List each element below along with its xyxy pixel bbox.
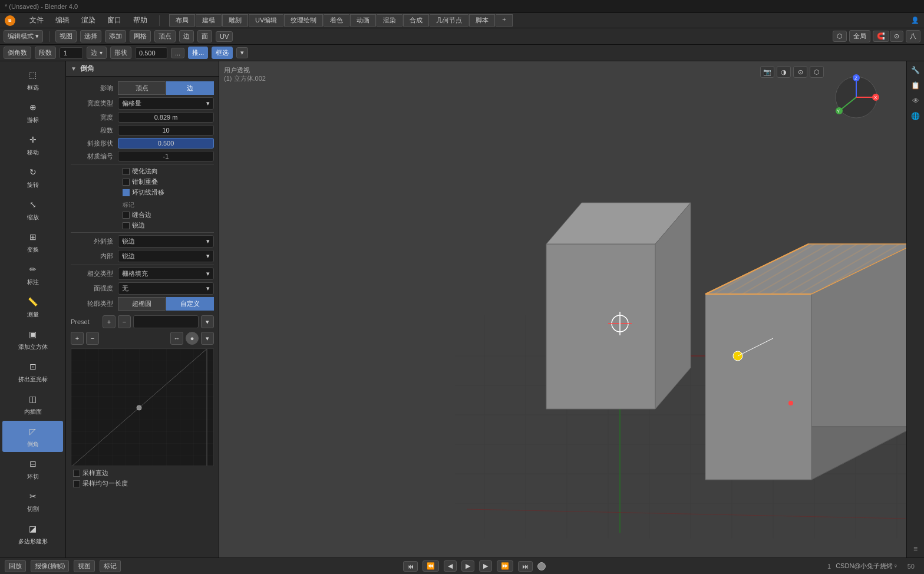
zoom-in-btn[interactable]: + — [71, 332, 84, 345]
sidebar-item-measure[interactable]: 📏 测量 — [2, 291, 63, 322]
tab-animation[interactable]: 动画 — [350, 14, 376, 27]
zoom-out-btn[interactable]: − — [86, 332, 99, 345]
uv-menu[interactable]: UV — [216, 31, 233, 42]
sidebar-item-spin[interactable]: ⟳ 旋绕 — [2, 550, 63, 557]
tab-modeling[interactable]: 建模 — [196, 14, 222, 27]
custom-btn[interactable]: 自定义 — [166, 297, 214, 311]
sidebar-item-loop-cut[interactable]: ⊟ 环切 — [2, 453, 63, 484]
sidebar-item-scale[interactable]: ⤡ 缩放 — [2, 194, 63, 225]
sidebar-expand-icon[interactable]: ≡ — [909, 542, 922, 555]
inner-miter-dropdown[interactable]: 锐边 ▾ — [118, 250, 214, 262]
playback-btn[interactable]: 回放 — [5, 560, 26, 572]
segments-input2[interactable] — [118, 125, 214, 136]
menu-edit[interactable]: 编辑 — [53, 14, 72, 27]
overlay-btn[interactable]: 八 — [906, 30, 920, 42]
frame-select-dropdown[interactable]: ▾ — [236, 47, 248, 58]
tab-rendering[interactable]: 渲染 — [377, 14, 402, 27]
profile-shape-input[interactable] — [118, 138, 214, 149]
face-menu[interactable]: 面 — [197, 30, 212, 42]
viewport-shading-btn[interactable]: ◑ — [777, 66, 791, 78]
view-menu[interactable]: 视图 — [55, 30, 77, 42]
jump-end-btn[interactable]: ⏭ — [518, 561, 533, 572]
sidebar-item-knife[interactable]: ✂ 切割 — [2, 486, 63, 517]
harden-normals-checkbox[interactable]: 硬化法向 — [123, 167, 158, 176]
edge-menu[interactable]: 边 — [179, 30, 194, 42]
intersection-dropdown[interactable]: 栅格填充 ▾ — [118, 268, 214, 280]
face-strength-dropdown[interactable]: 无 ▾ — [118, 282, 214, 295]
tools-icon[interactable]: 🔧 — [909, 64, 922, 77]
item-icon[interactable]: 📋 — [909, 79, 922, 92]
keying-btn[interactable]: 报像(插帧) — [31, 560, 69, 572]
sidebar-item-annotate[interactable]: ✏ 标注 — [2, 259, 63, 290]
tab-sculpt[interactable]: 雕刻 — [222, 14, 248, 27]
global-transform-btn[interactable]: 全局 — [849, 30, 870, 42]
tab-shading[interactable]: 着色 — [324, 14, 349, 27]
affect-edge-btn[interactable]: 边 — [166, 81, 214, 95]
tab-texture-paint[interactable]: 纹理绘制 — [284, 14, 323, 27]
sidebar-item-extrude[interactable]: ⊡ 挤出至光标 — [2, 356, 63, 387]
tab-uv[interactable]: UV编辑 — [249, 14, 283, 27]
view-bottom-btn[interactable]: 视图 — [74, 560, 95, 572]
seam-checkbox[interactable]: 缝合边 — [123, 210, 151, 219]
snap-btn[interactable]: 🧲 — [873, 31, 889, 42]
sidebar-item-bevel[interactable]: ◸ 倒角 — [2, 421, 63, 452]
bevel-panel-header[interactable]: ▼ 倒角 — [66, 61, 219, 77]
add-menu[interactable]: 添加 — [105, 30, 126, 42]
preset-add-btn[interactable]: + — [103, 315, 116, 328]
mode-dropdown[interactable]: 编辑模式 ▾ — [4, 30, 43, 42]
mesh-menu[interactable]: 网格 — [130, 30, 151, 42]
frame-select-btn[interactable]: 框选 — [212, 47, 233, 59]
shape-input[interactable] — [135, 47, 167, 59]
viewport-overlay-btn[interactable]: ⊙ — [793, 66, 807, 78]
sidebar-item-select[interactable]: ⬚ 框选 — [2, 64, 63, 95]
tab-scripting[interactable]: 脚本 — [469, 14, 495, 27]
sidebar-item-move[interactable]: ✛ 移动 — [2, 129, 63, 160]
sidebar-item-rotate[interactable]: ↻ 旋转 — [2, 161, 63, 193]
outer-miter-dropdown[interactable]: 锐边 ▾ — [118, 235, 214, 248]
menu-help[interactable]: 帮助 — [131, 14, 150, 27]
sidebar-item-inset[interactable]: ◫ 内插面 — [2, 388, 63, 420]
viewport-xray-btn[interactable]: ⬡ — [810, 66, 824, 78]
expand-btn[interactable]: ▾ — [201, 332, 214, 345]
segments-input[interactable] — [60, 47, 83, 59]
clamp-overlap-checkbox[interactable]: 钳制重叠 — [123, 177, 158, 186]
push-btn[interactable]: 推... — [188, 47, 208, 59]
scene-icon[interactable]: 🌐 — [909, 110, 922, 123]
loop-slide-checkbox[interactable]: 环切线滑移 — [123, 188, 164, 197]
menu-render[interactable]: 渲染 — [79, 14, 98, 27]
affect-vertex-btn[interactable]: 顶点 — [118, 81, 166, 95]
reset-btn[interactable]: ↔ — [170, 332, 183, 345]
tab-add[interactable]: + — [496, 14, 512, 27]
select-menu[interactable]: 选择 — [80, 30, 101, 42]
material-input[interactable] — [118, 151, 214, 161]
viewport-camera-btn[interactable]: 📷 — [760, 66, 774, 78]
next-frame-btn[interactable]: ▶ — [479, 560, 492, 572]
tab-geometry-nodes[interactable]: 几何节点 — [430, 14, 468, 27]
circle-btn[interactable]: ● — [186, 332, 199, 345]
sample-uniform-checkbox[interactable]: 采样均匀一长度 — [73, 479, 128, 488]
tab-compositing[interactable]: 合成 — [403, 14, 429, 27]
menu-file[interactable]: 文件 — [27, 14, 46, 27]
preset-dropdown-btn[interactable]: ▾ — [201, 315, 214, 328]
sidebar-item-transform[interactable]: ⊞ 变换 — [2, 226, 63, 258]
width-input[interactable] — [118, 112, 214, 123]
sidebar-item-add-cube[interactable]: ▣ 添加立方体 — [2, 324, 63, 355]
viewport-display-btn[interactable]: ⬡ — [833, 31, 847, 42]
width-type-dropdown[interactable]: 偏移量 ▾ — [118, 97, 214, 110]
view-icon[interactable]: 👁 — [909, 94, 922, 107]
tab-layout[interactable]: 布局 — [169, 14, 195, 27]
prev-frame-btn[interactable]: ◀ — [444, 560, 457, 572]
menu-window[interactable]: 窗口 — [105, 14, 124, 27]
vertex-menu[interactable]: 顶点 — [154, 30, 176, 42]
superellipse-btn[interactable]: 超椭圆 — [118, 297, 166, 311]
more-options-btn[interactable]: ... — [171, 48, 184, 58]
sharp-checkbox[interactable]: 锐边 — [123, 221, 145, 230]
proportional-edit-btn[interactable]: ⊙ — [890, 31, 903, 42]
markers-btn[interactable]: 标记 — [100, 560, 121, 572]
edge-select-dropdown[interactable]: 边 — [87, 47, 107, 59]
next-keyframe-btn[interactable]: ⏩ — [497, 560, 513, 572]
sidebar-item-cursor[interactable]: ⊕ 游标 — [2, 97, 63, 128]
preset-remove-btn[interactable]: − — [118, 315, 131, 328]
viewport[interactable]: 用户透视 (1) 立方体.002 — [219, 61, 906, 557]
sidebar-item-poly-build[interactable]: ◪ 多边形建形 — [2, 518, 63, 549]
